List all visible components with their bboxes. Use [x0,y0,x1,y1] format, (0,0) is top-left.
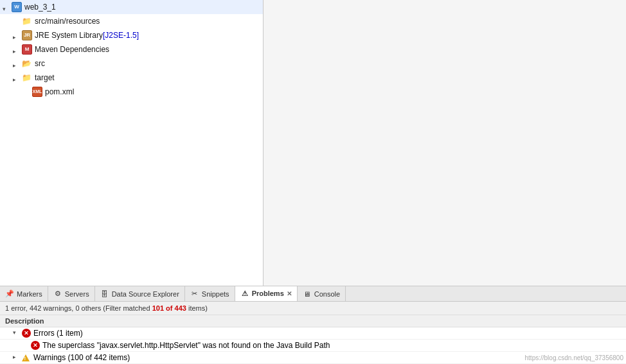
tab-icon-console: 🖥 [303,290,312,299]
tree-extra-jre-system: [J2SE-1.5] [103,30,139,41]
warnings-arrow [13,354,21,361]
tree-icon-maven-deps: M [22,44,32,55]
warnings-group-label: Warnings (100 of 442 items) [33,353,130,362]
problems-summary: 1 error, 442 warnings, 0 others (Filter … [0,302,626,315]
tree-arrow-maven-deps [13,46,21,53]
tree-icon-target: 📁 [22,73,32,83]
tab-icon-markers: 📌 [5,290,14,299]
watermark: https://blog.csdn.net/qq_37356800 [525,354,623,361]
tree-item-target[interactable]: 📁target [0,71,263,85]
tab-markers[interactable]: 📌Markers [0,286,48,302]
tree-icon-root: W [12,2,22,12]
tree-label-src-main-resources: src/main/resources [35,15,100,27]
tab-label-console: Console [314,290,340,298]
errors-group[interactable]: ✕ Errors (1 item) [0,327,626,340]
tree-item-maven-deps[interactable]: MMaven Dependencies [0,42,263,56]
tree-item-root[interactable]: Wweb_3_1 [0,0,263,14]
tree-icon-src: 📂 [22,58,32,69]
tree-item-src-main-resources[interactable]: 📁src/main/resources [0,14,263,28]
tree-icon-jre-system: JR [22,30,32,40]
tab-snippets[interactable]: ✂Snippets [185,286,235,302]
tree-label-jre-system: JRE System Library [35,30,103,41]
right-panel [264,0,626,286]
bottom-panel-wrapper: 📌Markers⚙Servers🗄Data Source Explorer✂Sn… [0,286,626,364]
tab-label-datasource: Data Source Explorer [112,290,179,298]
tabs-bar: 📌Markers⚙Servers🗄Data Source Explorer✂Sn… [0,286,626,302]
tree-label-src: src [35,58,45,69]
error-icon: ✕ [22,329,31,338]
tree-item-pom-xml[interactable]: XMLpom.xml [0,85,263,99]
tree-arrow-src [13,60,21,67]
tab-icon-datasource: 🗄 [100,290,109,299]
errors-arrow [13,329,21,337]
bottom-panel: 📌Markers⚙Servers🗄Data Source Explorer✂Sn… [0,286,626,364]
warning-group-icon: ! [22,354,30,361]
tab-problems[interactable]: ⚠Problems✕ [235,286,298,302]
tab-icon-servers: ⚙ [53,290,62,299]
problems-description-header: Description [0,315,626,327]
tab-servers[interactable]: ⚙Servers [48,286,95,302]
tab-icon-problems: ⚠ [240,289,249,298]
tab-label-markers: Markers [17,290,42,298]
tab-label-problems: Problems [252,290,284,297]
error-item-icon: ✕ [31,341,40,350]
errors-group-label: Errors (1 item) [33,329,83,338]
tab-icon-snippets: ✂ [190,290,199,299]
tree-icon-pom-xml: XML [32,87,42,97]
tree-label-pom-xml: pom.xml [45,86,74,98]
tree-item-src[interactable]: 📂src [0,56,263,71]
error-item-text: The superclass "javax.servlet.http.HttpS… [42,341,330,350]
left-panel: Wweb_3_1📁src/main/resourcesJRJRE System … [0,0,264,286]
tab-console[interactable]: 🖥Console [298,286,346,302]
problems-summary-text: 1 error, 442 warnings, 0 others (Filter … [5,304,152,312]
tree-arrow-target [13,74,21,82]
tree-item-jre-system[interactable]: JRJRE System Library [J2SE-1.5] [0,28,263,42]
tree-icon-src-main-resources: 📁 [22,16,32,26]
tree-label-root: web_3_1 [24,1,56,13]
tree-label-target: target [35,72,55,83]
tab-datasource[interactable]: 🗄Data Source Explorer [95,286,185,302]
tab-label-snippets: Snippets [202,290,229,298]
tree-arrow-root [3,3,10,11]
problems-highlight: 101 of 443 [152,304,186,312]
main-area: Wweb_3_1📁src/main/resourcesJRJRE System … [0,0,626,286]
problems-summary-end: items) [186,304,208,312]
tab-close-problems[interactable]: ✕ [287,290,292,297]
editor-area [264,0,626,286]
error-item[interactable]: ✕ The superclass "javax.servlet.http.Htt… [0,340,626,352]
tree-label-maven-deps: Maven Dependencies [35,44,109,55]
tree-arrow-jre-system [13,31,21,39]
tab-label-servers: Servers [65,290,89,298]
